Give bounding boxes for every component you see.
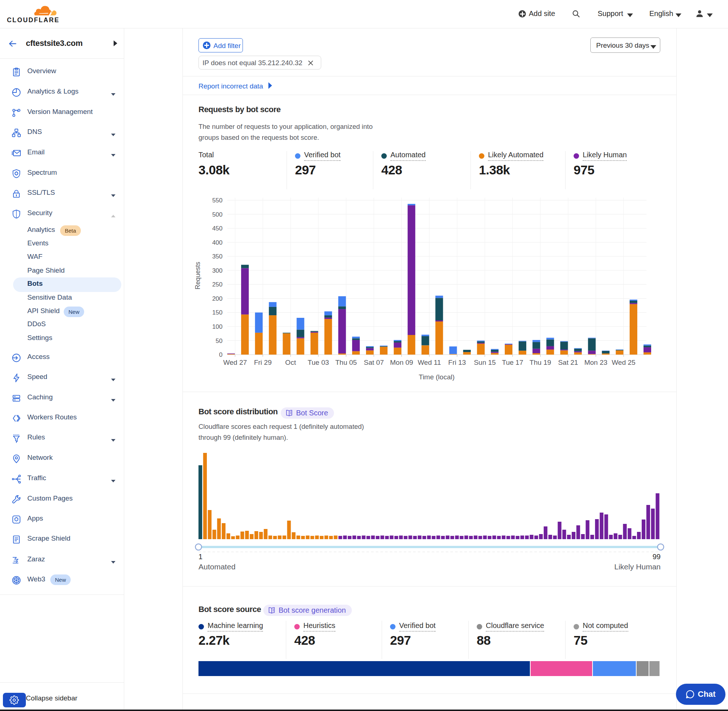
svg-text:Thu 19: Thu 19	[530, 358, 551, 366]
svg-text:250: 250	[212, 281, 223, 288]
svg-text:0: 0	[219, 351, 223, 358]
svg-text:Time (local): Time (local)	[419, 373, 455, 381]
svg-text:150: 150	[212, 309, 223, 316]
svg-text:Wed 25: Wed 25	[612, 358, 635, 366]
svg-text:Wed 11: Wed 11	[418, 358, 441, 366]
svg-text:50: 50	[216, 338, 223, 344]
svg-text:1: 1	[198, 553, 202, 561]
svg-text:Fri 13: Fri 13	[448, 358, 466, 366]
svg-text:Fri 29: Fri 29	[254, 358, 272, 366]
svg-text:Oct: Oct	[285, 358, 296, 366]
svg-text:Sat 21: Sat 21	[558, 358, 578, 366]
svg-text:Likely Human: Likely Human	[614, 562, 661, 571]
svg-text:Tue 17: Tue 17	[502, 358, 523, 366]
svg-text:500: 500	[212, 211, 223, 218]
svg-text:Automated: Automated	[198, 562, 236, 571]
svg-text:300: 300	[212, 267, 223, 274]
svg-text:Tue 03: Tue 03	[308, 358, 329, 366]
svg-text:Mon 23: Mon 23	[584, 358, 607, 366]
svg-text:Sat 07: Sat 07	[364, 358, 384, 366]
svg-text:Requests: Requests	[194, 262, 201, 289]
svg-text:99: 99	[653, 553, 661, 561]
svg-text:100: 100	[212, 323, 223, 330]
svg-text:Wed 27: Wed 27	[223, 358, 247, 366]
svg-text:450: 450	[212, 225, 223, 232]
svg-text:350: 350	[212, 253, 223, 260]
svg-text:Sun 15: Sun 15	[474, 358, 496, 366]
svg-text:400: 400	[212, 239, 223, 246]
svg-text:200: 200	[212, 295, 223, 302]
svg-text:Thu 05: Thu 05	[335, 358, 357, 366]
svg-text:Mon 09: Mon 09	[390, 358, 413, 366]
svg-text:550: 550	[212, 197, 223, 204]
